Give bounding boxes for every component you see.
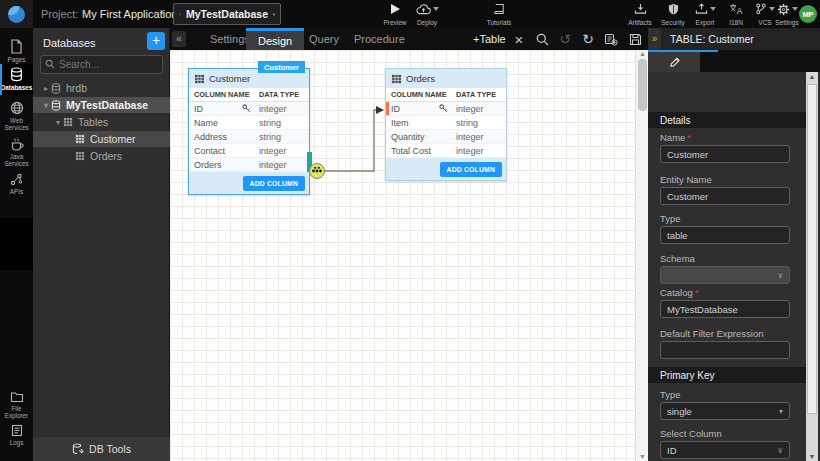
preview-button[interactable]: Preview	[378, 3, 412, 26]
scrollbar-thumb[interactable]	[638, 59, 647, 111]
type-label: Type	[660, 213, 681, 224]
key-icon	[242, 104, 251, 113]
search-icon[interactable]	[533, 30, 551, 48]
type-input[interactable]	[660, 226, 790, 244]
section-primary-key: Primary Key	[648, 367, 806, 383]
save-icon[interactable]	[626, 30, 644, 48]
relation-anchor-icon[interactable]	[308, 162, 326, 180]
globe-icon	[10, 101, 24, 115]
db-tab-label: MyTestDatabase	[186, 8, 268, 20]
schema-select[interactable]: ∨	[660, 266, 790, 284]
caret-down-icon	[792, 7, 798, 11]
tree-item-orders[interactable]: Orders	[33, 148, 170, 164]
table-card-customer[interactable]: Customer COLUMN NAMEDATA TYPE ID integer…	[188, 68, 310, 195]
table-icon	[194, 74, 205, 84]
caret-down-icon	[433, 7, 439, 11]
scrollbar-thumb[interactable]	[807, 84, 817, 414]
table-row[interactable]: Quantityinteger	[386, 130, 506, 144]
select-column-select[interactable]: ID∨	[660, 441, 790, 459]
er-diagram-canvas[interactable]: Customer COLUMN NAMEDATA TYPE ID integer…	[170, 50, 648, 461]
rail-item-logs[interactable]: Logs	[0, 421, 33, 449]
search-input[interactable]	[40, 55, 163, 74]
svg-text:A: A	[737, 6, 743, 15]
tree-item-hrdb[interactable]: ▸ hrdb	[33, 80, 170, 96]
default-filter-input[interactable]	[660, 341, 790, 359]
add-column-button[interactable]: ADD COLUMN	[440, 162, 502, 177]
caret-down-icon	[710, 7, 716, 11]
name-input[interactable]	[660, 145, 790, 163]
pk-type-select[interactable]: single▾	[660, 402, 790, 420]
tab-procedure[interactable]: Procedure	[342, 28, 417, 50]
scroll-down-icon[interactable]: ▼	[806, 453, 818, 460]
app-logo[interactable]	[0, 0, 33, 28]
pk-type-label: Type	[660, 389, 681, 400]
database-icon	[51, 83, 61, 94]
table-row[interactable]: Total Costinteger	[386, 144, 506, 158]
export-button[interactable]: Export	[688, 3, 722, 26]
table-icon	[75, 134, 85, 144]
user-avatar[interactable]: MP	[799, 5, 817, 23]
folder-icon	[10, 391, 24, 403]
rail-item-java-services[interactable]: Java Services	[0, 134, 33, 170]
tree-item-mytestdatabase[interactable]: ▾ MyTestDatabase	[33, 97, 170, 113]
scroll-up-icon[interactable]: ▲	[806, 73, 818, 80]
deploy-button[interactable]: Deploy	[410, 3, 444, 26]
artifacts-button[interactable]: Artifacts	[623, 3, 657, 26]
inspector-tabs	[648, 50, 820, 72]
database-icon	[179, 9, 181, 20]
gear-icon	[777, 3, 790, 16]
rail-item-pages[interactable]: Pages	[0, 36, 33, 66]
export-db-icon[interactable]	[602, 30, 620, 48]
canvas-scrollbar[interactable]: ▲ ▼	[635, 50, 648, 461]
tree-item-tables[interactable]: ▾ Tables	[33, 114, 170, 130]
table-row[interactable]: Addressstring	[189, 130, 309, 144]
tab-design[interactable]: Design	[246, 28, 304, 50]
inspector-body: Details Name* Entity Name Type Schema ∨ …	[648, 72, 820, 461]
entity-name-input[interactable]	[660, 187, 790, 205]
rail-item-apis[interactable]: APIs	[0, 170, 33, 198]
catalog-input[interactable]	[660, 300, 790, 318]
table-header[interactable]: Orders	[386, 69, 506, 88]
rail-item-file-explorer[interactable]: File Explorer	[0, 388, 33, 422]
add-database-button[interactable]: +	[147, 32, 165, 50]
add-table-button[interactable]: +Table	[473, 28, 506, 50]
tree-item-customer[interactable]: Customer	[33, 131, 170, 147]
play-icon	[391, 4, 400, 14]
db-tools-button[interactable]: DB Tools	[33, 437, 170, 461]
inspector-scrollbar[interactable]: ▲ ▼	[806, 72, 818, 461]
table-row[interactable]: Ordersinteger	[189, 158, 309, 172]
database-icon	[10, 67, 23, 82]
table-card-orders[interactable]: Orders COLUMN NAMEDATA TYPE ID integer I…	[385, 68, 507, 181]
table-row[interactable]: ID integer	[386, 102, 506, 116]
table-icon	[391, 74, 402, 84]
branch-icon	[755, 3, 767, 15]
rail-item-web-services[interactable]: Web Services	[0, 98, 33, 134]
collapse-panel-icon[interactable]: «	[172, 31, 186, 47]
close-icon[interactable]: ×	[510, 30, 528, 48]
expand-panel-icon[interactable]: »	[648, 30, 661, 48]
pencil-icon	[669, 57, 680, 68]
topbar: Project: My First Application › MyTestDa…	[0, 0, 820, 28]
left-rail: Pages Databases Web Services Java Servic…	[0, 28, 33, 461]
tab-edit[interactable]	[648, 52, 700, 72]
undo-icon[interactable]: ↺	[556, 30, 574, 48]
search-icon	[45, 59, 55, 69]
rail-spacer	[0, 218, 33, 270]
tutorials-button[interactable]: Tutorials	[482, 3, 516, 26]
section-details: Details	[648, 112, 806, 128]
key-icon	[439, 104, 448, 113]
chevron-expanded-icon[interactable]: ▾	[41, 101, 51, 110]
security-button[interactable]: Security	[656, 3, 690, 26]
chevron-expanded-icon[interactable]: ▾	[53, 118, 63, 127]
table-row[interactable]: Itemstring	[386, 116, 506, 130]
grid-icon[interactable]	[273, 9, 275, 20]
db-tab-mytestdatabase[interactable]: MyTestDatabase	[173, 3, 281, 25]
add-column-button[interactable]: ADD COLUMN	[243, 176, 305, 191]
table-row[interactable]: Namestring	[189, 116, 309, 130]
table-row[interactable]: Contactinteger	[189, 144, 309, 158]
redo-icon[interactable]: ↻	[579, 30, 597, 48]
chevron-collapsed-icon[interactable]: ▸	[41, 84, 51, 93]
table-row[interactable]: ID integer	[189, 102, 309, 116]
column-headers: COLUMN NAMEDATA TYPE	[189, 88, 309, 102]
rail-item-databases[interactable]: Databases	[0, 64, 33, 95]
